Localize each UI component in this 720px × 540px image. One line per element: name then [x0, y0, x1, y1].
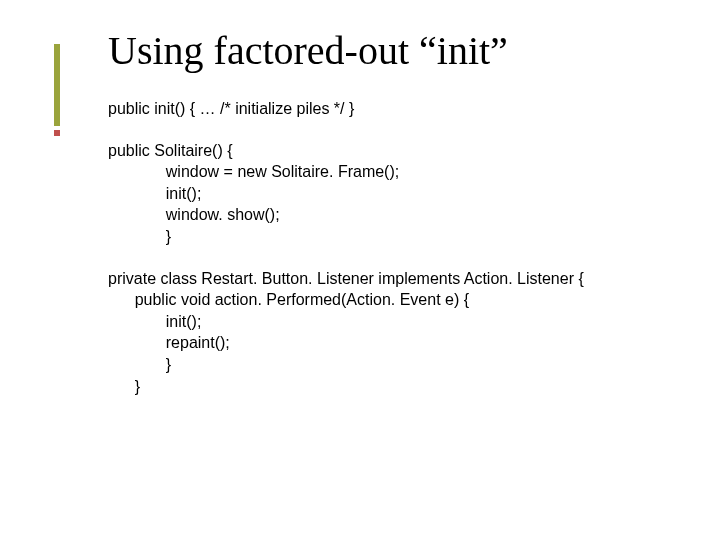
- code-block-listener: private class Restart. Button. Listener …: [108, 268, 696, 398]
- accent-bar: [54, 44, 60, 126]
- code-block-init: public init() { … /* initialize piles */…: [108, 98, 696, 120]
- accent-square: [54, 130, 60, 136]
- slide-title: Using factored-out “init”: [108, 30, 696, 72]
- slide: Using factored-out “init” public init() …: [0, 0, 720, 540]
- code-block-constructor: public Solitaire() { window = new Solita…: [108, 140, 696, 248]
